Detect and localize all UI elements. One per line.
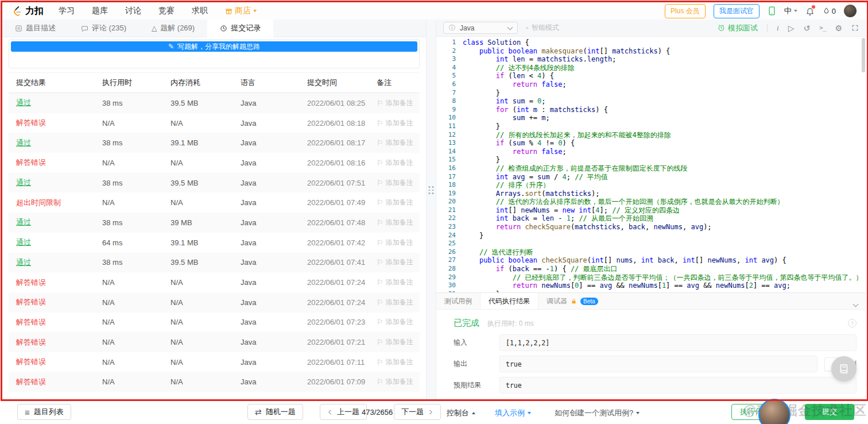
- nav-item-discuss[interactable]: 讨论: [125, 6, 141, 16]
- submission-result-link[interactable]: 解答错误: [16, 298, 46, 306]
- add-note-button[interactable]: ⚐添加备注: [377, 377, 413, 387]
- help-circle-icon[interactable]: ?: [848, 319, 857, 327]
- add-note-button[interactable]: ⚐添加备注: [377, 317, 413, 327]
- mock-interview-button[interactable]: 模拟面试: [718, 23, 758, 33]
- submission-result-link[interactable]: 超出时间限制: [16, 198, 61, 207]
- nav-item-learn[interactable]: 学习: [59, 6, 75, 16]
- submission-language: Java: [241, 318, 307, 326]
- add-note-button[interactable]: ⚐添加备注: [377, 257, 413, 267]
- clock-icon: [220, 25, 227, 32]
- add-note-button[interactable]: ⚐添加备注: [377, 118, 413, 128]
- language-select[interactable]: ⓘ Java: [443, 22, 518, 34]
- submission-runtime: N/A: [102, 198, 170, 207]
- panel-resizer[interactable]: [426, 20, 436, 399]
- code-line: 5 if (len < 4) {: [436, 72, 866, 80]
- nav-item-contest[interactable]: 竞赛: [158, 6, 175, 16]
- submission-result-link[interactable]: 通过: [16, 258, 31, 267]
- tab-submissions[interactable]: 提交记录: [207, 20, 273, 37]
- submit-button[interactable]: 提交: [805, 404, 854, 420]
- run-icon[interactable]: ▷: [788, 24, 795, 32]
- tab-comments[interactable]: 评论 (235): [68, 20, 139, 37]
- language-caret-icon: [794, 10, 797, 12]
- user-avatar[interactable]: [844, 5, 857, 17]
- submission-result-link[interactable]: 解答错误: [16, 377, 46, 386]
- fill-example-link[interactable]: 填入示例: [495, 408, 531, 418]
- run-status: 已完成: [454, 318, 479, 329]
- code-line: 8 int sum = 0;: [436, 97, 866, 106]
- add-note-button[interactable]: ⚐添加备注: [377, 198, 413, 207]
- collapse-console-button[interactable]: [854, 298, 858, 309]
- submission-result-link[interactable]: 通过: [16, 98, 31, 107]
- problem-list-button[interactable]: ≡ 题目列表: [17, 404, 71, 420]
- reset-code-icon[interactable]: ↺: [803, 24, 810, 32]
- next-problem-button[interactable]: 下一题: [394, 404, 441, 420]
- editor-info-icon[interactable]: i: [777, 24, 779, 32]
- tab-debugger[interactable]: 调试器 Beta: [538, 293, 606, 309]
- nav-item-jobs[interactable]: 求职: [192, 6, 208, 16]
- submission-result-link[interactable]: 通过: [16, 238, 31, 246]
- add-note-button[interactable]: ⚐添加备注: [377, 158, 413, 168]
- code-editor[interactable]: 1class Solution {2 public boolean makesq…: [436, 37, 866, 292]
- line-number: 24: [436, 232, 456, 240]
- write-solution-button[interactable]: ✎ 写题解，分享我的解题思路: [11, 41, 417, 52]
- editor-scrollbar[interactable]: [862, 38, 865, 72]
- submission-result-link[interactable]: 解答错误: [16, 318, 46, 326]
- submission-result-link[interactable]: 解答错误: [16, 357, 46, 366]
- tab-description[interactable]: 题目描述: [2, 20, 68, 37]
- leetcode-logo[interactable]: 力扣: [11, 5, 44, 17]
- submission-result-link[interactable]: 解答错误: [16, 118, 46, 127]
- tab-run-result[interactable]: 代码执行结果: [480, 293, 538, 309]
- testcase-help-link[interactable]: 如何创建一个测试用例?: [555, 408, 640, 418]
- add-note-button[interactable]: ⚐添加备注: [377, 98, 413, 108]
- streak-counter[interactable]: 0: [823, 6, 836, 16]
- language-label: 中: [784, 6, 792, 16]
- nav-item-problems[interactable]: 题库: [92, 6, 108, 16]
- random-problem-button[interactable]: ⇄ 随机一题: [247, 404, 303, 420]
- logo-text: 力扣: [25, 5, 44, 17]
- submission-result-link[interactable]: 解答错误: [16, 278, 46, 287]
- submission-runtime: N/A: [102, 377, 170, 386]
- add-note-button[interactable]: ⚐添加备注: [377, 357, 413, 367]
- streak-count: 0: [832, 7, 836, 16]
- console-toggle[interactable]: 控制台: [447, 408, 475, 418]
- line-number: 21: [436, 206, 456, 215]
- prev-problem-button[interactable]: 上一题: [320, 404, 367, 420]
- submission-result-link[interactable]: 解答错误: [16, 158, 46, 167]
- submission-row: 超出时间限制N/AN/AJava2022/06/01 07:49⚐添加备注: [9, 192, 420, 213]
- add-note-button[interactable]: ⚐添加备注: [377, 138, 413, 148]
- submission-language: Java: [241, 138, 307, 147]
- add-note-button[interactable]: ⚐添加备注: [377, 298, 413, 307]
- console-icon[interactable]: >_: [819, 25, 826, 31]
- tab-testcase[interactable]: 测试用例: [436, 293, 480, 309]
- line-number: 27: [436, 256, 456, 265]
- fullscreen-icon[interactable]: [851, 24, 859, 32]
- write-solution-label: 写题解，分享我的解题思路: [177, 42, 260, 52]
- submission-result-link[interactable]: 通过: [16, 138, 31, 147]
- add-note-button[interactable]: ⚐添加备注: [377, 337, 413, 347]
- add-note-button[interactable]: ⚐添加备注: [377, 218, 413, 228]
- add-note-button[interactable]: ⚐添加备注: [377, 178, 413, 188]
- add-note-button[interactable]: ⚐添加备注: [377, 277, 413, 287]
- submission-result-link[interactable]: 解答错误: [16, 338, 46, 346]
- input-value-box[interactable]: [1,1,2,2,2]: [499, 334, 857, 351]
- submission-result-link[interactable]: 通过: [16, 178, 31, 187]
- submission-memory: N/A: [170, 298, 241, 307]
- line-number: 28: [436, 265, 456, 273]
- smart-mode-indicator[interactable]: ● 智能模式: [526, 23, 559, 33]
- interviewer-button[interactable]: 我是面试官: [714, 4, 760, 18]
- plus-member-button[interactable]: Plus 会员: [665, 4, 706, 18]
- flag-icon: ⚐: [377, 159, 383, 167]
- settings-gear-icon[interactable]: ⚙: [835, 24, 842, 32]
- submission-result-link[interactable]: 通过: [16, 218, 31, 226]
- add-note-button[interactable]: ⚐添加备注: [377, 238, 413, 248]
- code-line: 18 // 排序（升序）: [436, 181, 866, 190]
- floating-book-button[interactable]: [831, 356, 857, 381]
- submissions-table-header: 提交结果 执行用时 内存消耗 语言 提交时间 备注: [9, 73, 420, 93]
- tab-solutions[interactable]: △ 题解 (269): [139, 20, 207, 37]
- submission-runtime: N/A: [102, 278, 170, 287]
- notifications-button[interactable]: [805, 6, 815, 16]
- nav-item-store[interactable]: 商店: [225, 6, 257, 16]
- language-switcher[interactable]: 中: [784, 6, 797, 16]
- mobile-app-icon[interactable]: [768, 6, 776, 16]
- submission-language: Java: [241, 278, 307, 287]
